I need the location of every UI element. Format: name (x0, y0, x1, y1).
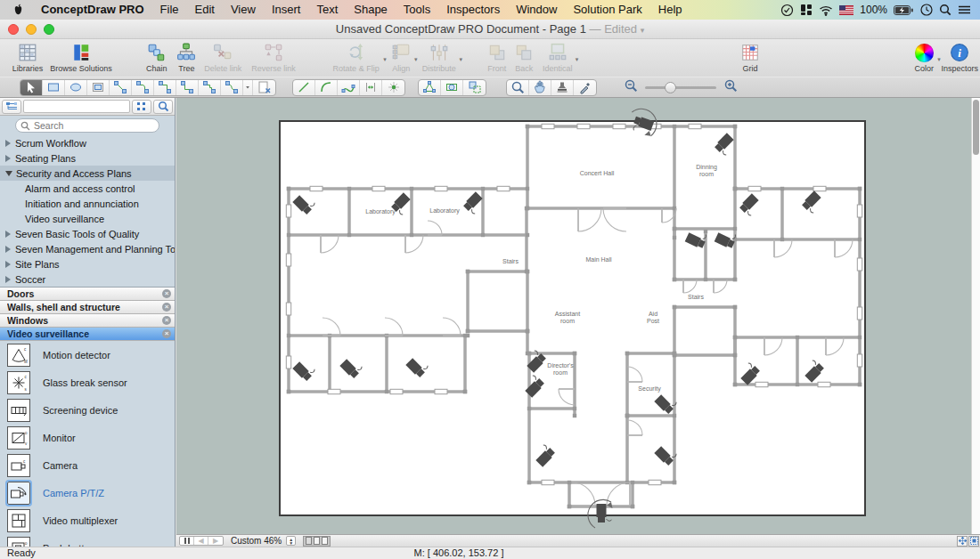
vertical-scroll-thumb[interactable] (973, 100, 979, 155)
spline-tool-button[interactable] (338, 80, 360, 95)
menu-solution-park[interactable]: Solution Park (565, 0, 649, 20)
collapse-arrow-icon[interactable] (5, 171, 12, 176)
previous-page-button[interactable]: ◀ (194, 537, 208, 545)
expand-arrow-icon[interactable] (5, 261, 11, 268)
expand-arrow-icon[interactable] (5, 246, 11, 253)
pan-view-button[interactable] (957, 536, 968, 547)
screening-device-icon[interactable] (7, 399, 30, 422)
split-tool-button[interactable] (360, 80, 382, 95)
cctv-camera-shape[interactable] (588, 499, 613, 528)
reshape-group-button[interactable] (463, 80, 486, 95)
video-multiplexer-icon[interactable] (7, 509, 30, 532)
insert-object-button[interactable] (253, 80, 275, 95)
library-item-monitor[interactable]: ovMonitor (0, 424, 175, 451)
page-thumbnail-1[interactable] (306, 537, 312, 545)
notification-list-icon[interactable] (958, 4, 971, 15)
apple-menu-icon[interactable] (12, 4, 24, 17)
zoom-stepper[interactable]: ▲▼ (286, 536, 296, 546)
pause-button[interactable] (180, 537, 194, 545)
menu-file[interactable]: File (152, 0, 187, 20)
menu-help[interactable]: Help (650, 0, 690, 20)
arc-tool-button[interactable] (315, 80, 338, 95)
library-tab-doors[interactable]: Doors× (0, 288, 175, 301)
search-icon[interactable] (153, 100, 173, 114)
library-item-push-button[interactable]: oPush button (0, 534, 175, 547)
tree-item-video-surveillance[interactable]: Video surveillance (0, 211, 175, 226)
tree-item-security-and-access-plans[interactable]: Security and Access Plans (0, 166, 175, 181)
document-page[interactable]: Concert HallDinningroomLaboratoryLaborat… (279, 120, 866, 516)
cctv-camera-shape[interactable] (737, 361, 761, 385)
library-tab-video-surveillance[interactable]: Video surveillance× (0, 328, 175, 341)
menu-shape[interactable]: Shape (346, 0, 396, 20)
push-button-icon[interactable]: o (7, 537, 30, 547)
tree-item-alarm-and-access-control[interactable]: Alarm and access control (0, 181, 175, 196)
libraries-button[interactable]: Libraries (9, 42, 46, 76)
expand-arrow-icon[interactable] (5, 155, 11, 162)
clock-icon[interactable] (920, 4, 933, 16)
tree-item-seating-plans[interactable]: Seating Plans (0, 150, 175, 166)
connector-straight-button[interactable] (110, 80, 132, 95)
zoom-window-button[interactable] (44, 24, 54, 35)
library-item-glass-break-sensor[interactable]: csGlass break sensor (0, 369, 175, 396)
zoom-tool-button[interactable] (507, 80, 529, 95)
cctv-camera-shape[interactable] (521, 374, 545, 398)
connector-curve-button[interactable] (132, 80, 154, 95)
inspectors-button[interactable]: iInspectors (940, 42, 980, 76)
cctv-camera-shape[interactable] (292, 191, 316, 215)
tree-item-scrum-workflow[interactable]: Scrum Workflow (0, 135, 175, 150)
tree-view-icon[interactable] (2, 100, 21, 114)
page-thumbnail-3[interactable] (322, 537, 328, 545)
wifi-icon[interactable] (819, 4, 833, 16)
cctv-camera-shape[interactable] (801, 190, 825, 215)
library-tab-walls-shell-and-structure[interactable]: Walls, shell and structure× (0, 301, 175, 314)
tree-button[interactable]: Tree (175, 42, 200, 76)
library-item-camera-p-t-z[interactable]: Camera P/T/Z (0, 479, 175, 506)
zoom-level-label[interactable]: Custom 46% (231, 536, 282, 546)
color-button[interactable]: Color▾ (909, 42, 940, 76)
glass-break-sensor-icon[interactable]: cs (7, 371, 30, 394)
reshape-polygon-button[interactable] (419, 80, 441, 95)
app-grid-icon[interactable] (800, 4, 813, 16)
drawing-canvas[interactable]: Concert HallDinningroomLaboratoryLaborat… (176, 98, 971, 534)
menu-inspectors[interactable]: Inspectors (438, 0, 508, 20)
library-item-camera[interactable]: cCamera (0, 451, 175, 479)
library-tab-windows[interactable]: Windows× (0, 314, 175, 328)
chain-button[interactable]: Chain (143, 42, 170, 76)
search-input[interactable] (15, 118, 159, 133)
tree-item-site-plans[interactable]: Site Plans (0, 256, 175, 271)
minimize-window-button[interactable] (26, 24, 37, 35)
rectangle-tool-button[interactable] (43, 80, 65, 95)
zoom-slider[interactable] (645, 86, 716, 89)
close-icon[interactable]: × (162, 289, 171, 298)
cctv-camera-shape[interactable] (292, 358, 316, 382)
library-filter-field[interactable] (23, 100, 130, 113)
zoom-slider-knob[interactable] (665, 82, 676, 93)
menu-text[interactable]: Text (308, 0, 346, 20)
page-overview-button[interactable] (968, 536, 979, 547)
floorplan-drawing[interactable]: Concert HallDinningroomLaboratoryLaborat… (281, 122, 868, 518)
next-page-button[interactable]: ▶ (208, 537, 223, 545)
stamp-tool-button[interactable] (551, 80, 574, 95)
ellipse-tool-button[interactable] (65, 80, 87, 95)
close-window-button[interactable] (8, 24, 19, 35)
close-icon[interactable]: × (162, 316, 171, 325)
reshape-intersect-button[interactable] (441, 80, 463, 95)
burst-tool-button[interactable] (382, 80, 404, 95)
expand-arrow-icon[interactable] (5, 276, 11, 283)
grid-view-icon[interactable] (132, 100, 151, 114)
checkmark-circle-icon[interactable] (780, 4, 794, 17)
library-item-video-multiplexer[interactable]: Video multiplexer (0, 506, 175, 534)
page-thumbnail-2[interactable] (314, 537, 320, 545)
tree-item-seven-management-and-planning-tools[interactable]: Seven Management and Planning Tools (0, 241, 175, 256)
motion-detector-icon[interactable]: cM (7, 344, 30, 367)
tree-item-seven-basic-tools-of-quality[interactable]: Seven Basic Tools of Quality (0, 226, 175, 241)
cctv-camera-shape[interactable] (339, 355, 363, 379)
zoom-out-icon[interactable] (624, 78, 638, 96)
menu-view[interactable]: View (223, 0, 264, 20)
menu-window[interactable]: Window (508, 0, 565, 20)
dropdown-caret-button[interactable] (243, 80, 253, 95)
cctv-camera-shape[interactable] (739, 193, 763, 217)
browse-solutions-button[interactable]: Browse Solutions (46, 42, 116, 76)
connector-smart-button[interactable] (221, 80, 243, 95)
tree-item-initiation-and-annunciation[interactable]: Initiation and annunciation (0, 196, 175, 211)
